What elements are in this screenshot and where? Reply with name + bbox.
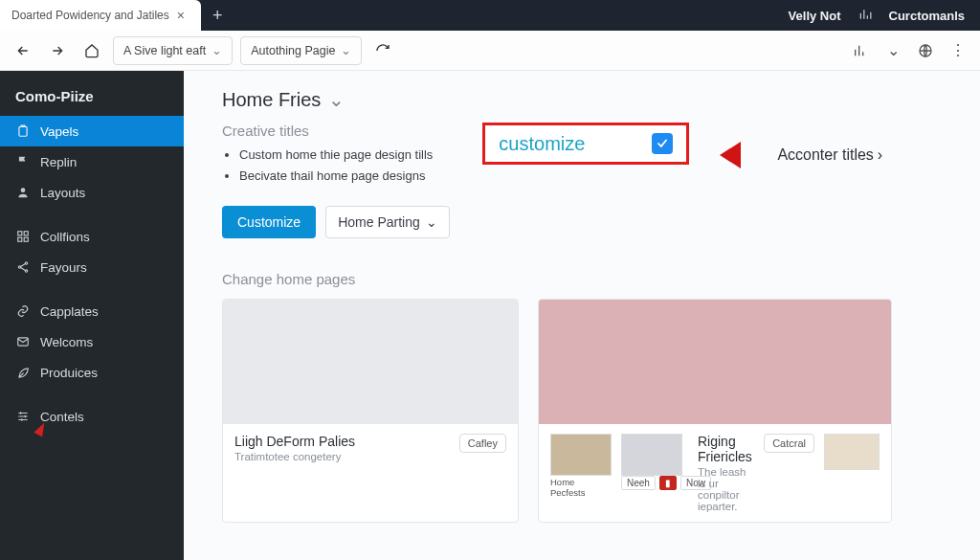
bars-icon[interactable] — [858, 8, 872, 24]
card-chip[interactable]: Cafley — [459, 434, 506, 453]
theme-dropdown[interactable]: A Sive light eaft ⌄ — [113, 36, 233, 65]
svg-rect-6 — [24, 237, 28, 241]
sidebar-item-label: Collfions — [40, 230, 90, 244]
sidebar-item-label: Contels — [40, 410, 84, 424]
creative-bullet: Becivate thail home page designs — [239, 166, 433, 187]
card-title: Riging Friericles — [698, 434, 754, 464]
svg-rect-1 — [19, 126, 27, 136]
sidebar-item-fayours[interactable]: Fayours — [0, 252, 184, 282]
template-card[interactable]: Home Pecfests Neeh ▮ Now — [538, 299, 892, 523]
sidebar-item-label: Fayours — [40, 260, 87, 275]
sidebar-item-produices[interactable]: Produices — [0, 357, 184, 388]
sidebar-item-capplates[interactable]: Capplates — [0, 296, 184, 326]
toolbar: A Sive light eaft ⌄ Autothing Pagie ⌄ ⌄ … — [0, 31, 980, 71]
creative-bullet: Custom home thie page design tills — [239, 145, 433, 166]
customize-label: customize — [499, 133, 585, 155]
svg-point-7 — [25, 262, 27, 264]
section-label: Change home pages — [222, 271, 955, 287]
sidebar-item-label: Vapels — [40, 124, 78, 139]
card-title: Liigh DeForm Palies — [234, 434, 450, 449]
sidebar-item-label: Produices — [40, 366, 98, 380]
person-icon — [15, 185, 31, 200]
sidebar-item-label: Replin — [40, 155, 77, 169]
mini-thumbnail — [824, 434, 880, 470]
theme-dropdown-label: A Sive light eaft — [123, 44, 206, 57]
account-label[interactable]: Curctomanls — [889, 9, 965, 23]
chevron-down-icon: ⌄ — [212, 43, 222, 57]
card-subtitle: The leash is ur conpiltor ieparter. — [698, 466, 754, 512]
sidebar-item-layouts[interactable]: Layouts — [0, 177, 184, 208]
customize-highlight-box: customize — [482, 123, 689, 165]
tag[interactable]: Neeh — [621, 476, 656, 490]
home-parting-dropdown[interactable]: Home Parting ⌄ — [325, 206, 450, 238]
sidebar-item-contels[interactable]: Contels — [0, 401, 184, 432]
sidebar-item-label: Layouts — [40, 186, 85, 200]
svg-point-8 — [18, 266, 20, 268]
globe-icon[interactable] — [913, 38, 938, 63]
browser-tab[interactable]: Doarted Powidency and Jatiles × — [0, 0, 201, 31]
svg-rect-4 — [24, 232, 28, 235]
more-icon[interactable]: ⋮ — [946, 38, 970, 63]
chevron-down-icon: ⌄ — [328, 88, 345, 111]
mini-thumbnail — [621, 434, 682, 476]
card-chip[interactable]: Catcral — [764, 434, 814, 453]
sidebar-item-label: Capplates — [40, 304, 99, 319]
clipboard-icon — [15, 123, 31, 139]
page-dropdown[interactable]: Autothing Pagie ⌄ — [240, 36, 362, 65]
page-title[interactable]: Home Fries ⌄ — [222, 88, 955, 111]
forward-button[interactable] — [44, 37, 71, 64]
home-button[interactable] — [78, 37, 105, 64]
sidebar-item-welcoms[interactable]: Welcoms — [0, 326, 184, 357]
template-thumbnail — [223, 300, 518, 424]
chevron-down-icon[interactable]: ⌄ — [880, 38, 905, 63]
link-icon — [15, 303, 31, 319]
template-card[interactable]: Liigh DeForm Palies Tratimtotee congeter… — [222, 299, 519, 523]
sidebar-item-label: Welcoms — [40, 335, 93, 349]
acconter-label: Acconter titles — [777, 146, 873, 164]
mail-icon — [15, 334, 31, 349]
browser-tab-bar: Doarted Powidency and Jatiles × + Velly … — [0, 0, 980, 31]
chevron-right-icon: › — [878, 146, 882, 164]
page-title-text: Home Fries — [222, 89, 321, 111]
chevron-down-icon: ⌄ — [341, 43, 351, 57]
creative-titles-block: Creative titles Custom home thie page de… — [222, 123, 433, 187]
chevron-down-icon: ⌄ — [426, 214, 437, 230]
svg-rect-3 — [18, 232, 22, 235]
customize-checkbox[interactable] — [652, 133, 673, 154]
flag-icon — [15, 154, 31, 169]
red-arrow-indicator — [720, 142, 741, 168]
share-icon — [15, 259, 31, 275]
creative-heading: Creative titles — [222, 123, 433, 139]
user-label[interactable]: Velly Not — [789, 9, 841, 23]
tag-icon: ▮ — [659, 476, 677, 490]
sidebar-title: Como-Piize — [0, 80, 184, 116]
mini-thumbnail — [550, 434, 612, 476]
grid-icon — [15, 229, 31, 244]
svg-point-9 — [25, 270, 27, 272]
mini-caption: Home Pecfests — [550, 478, 612, 498]
sidebar-item-collfions[interactable]: Collfions — [0, 221, 184, 252]
sidebar: Como-Piize Vapels Replin Layouts Collfio… — [0, 71, 184, 560]
sliders-icon — [15, 409, 31, 424]
refresh-icon[interactable] — [369, 37, 396, 64]
analytics-icon[interactable] — [848, 38, 873, 63]
svg-point-2 — [21, 188, 26, 192]
close-icon[interactable]: × — [177, 8, 185, 23]
acconter-titles-link[interactable]: Acconter titles › — [777, 146, 882, 164]
main-content: Home Fries ⌄ Creative titles Custom home… — [184, 71, 980, 560]
leaf-icon — [15, 365, 31, 380]
template-thumbnail — [539, 300, 891, 424]
home-parting-label: Home Parting — [338, 214, 420, 230]
top-right-controls: Velly Not Curctomanls — [789, 8, 980, 24]
sidebar-item-replin[interactable]: Replin — [0, 146, 184, 177]
card-subtitle: Tratimtotee congetery — [234, 451, 450, 462]
svg-rect-5 — [18, 237, 22, 241]
sidebar-item-vapels[interactable]: Vapels — [0, 116, 184, 146]
customize-button[interactable]: Customize — [222, 206, 316, 238]
new-tab-button[interactable]: + — [201, 6, 234, 26]
page-dropdown-label: Autothing Pagie — [251, 44, 335, 57]
back-button[interactable] — [10, 37, 36, 64]
tab-title: Doarted Powidency and Jatiles — [11, 9, 169, 22]
